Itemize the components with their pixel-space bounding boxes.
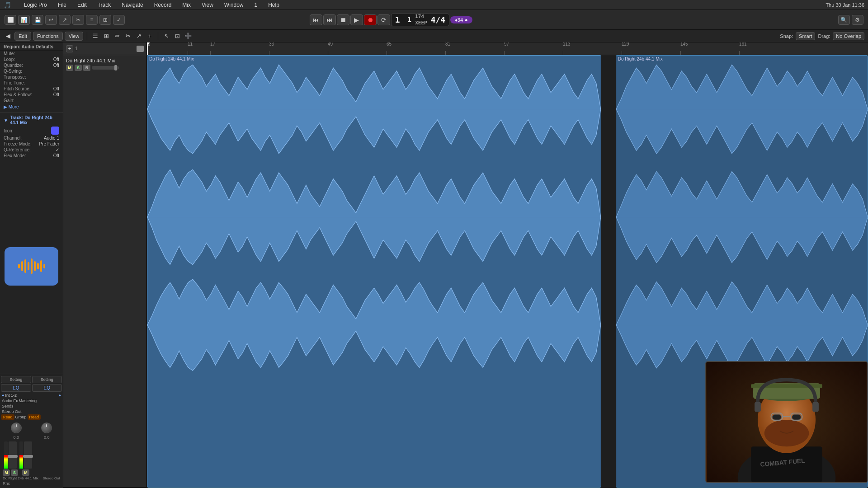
position-display[interactable]: 1 1 174 XEEP 4/4 [391,14,450,26]
track-resize-handle[interactable] [137,46,144,52]
field-flexmode[interactable]: Flex Mode: Off [0,153,63,159]
menu-navigate[interactable]: Navigate [120,1,145,9]
menu-file[interactable]: File [56,1,68,9]
toolbar-zoom-btn[interactable]: 🔍 [838,15,850,25]
fader-thumb-2[interactable] [23,455,33,458]
fader-track-2[interactable] [24,441,32,469]
field-pitchsrc-val: Off [53,86,59,91]
scissor-icon[interactable]: ✂ [123,32,132,41]
mute-btn-1[interactable]: M [3,469,10,476]
toolbar-settings-btn[interactable]: ⚙ [852,15,863,25]
volume-knob-2[interactable] [41,422,52,433]
vol-val-1: 0.0 [13,435,19,440]
field-transpose[interactable]: Transpose: [0,74,63,80]
field-flex[interactable]: Flex & Follow: Off [0,92,63,98]
setting-box-1[interactable]: Setting [1,376,31,383]
toolbar-btn-2[interactable]: 📊 [18,15,30,25]
snap-label: Snap: [780,33,793,39]
rnc-row: Rnc [1,481,62,486]
webcam-person-svg: COMBAT FUEL [705,362,868,482]
menu-window[interactable]: Window [222,1,245,9]
menu-1[interactable]: 1 [253,1,259,9]
track-icon[interactable] [51,127,59,135]
add-track-btn[interactable]: + [66,45,73,52]
toolbar-btn-1[interactable]: ⬜ [5,15,16,25]
ruler-line-113 [563,51,563,55]
track-header-strip: + 1 Do Right 24b 44.1 Mix M S R [63,42,147,488]
read-btn-2[interactable]: Read [28,414,41,420]
record-btn[interactable]: ⏺ [364,14,377,25]
track-record-btn[interactable]: R [83,65,90,71]
toolbar-btn-4[interactable]: ↩ [45,15,57,25]
toolbar-btn-check[interactable]: ✓ [113,15,125,25]
snap-dropdown[interactable]: Smart [796,32,815,40]
mute-btn-2[interactable]: M [22,469,29,476]
ruler-mark-17: 17 [210,42,215,55]
read-btn-1[interactable]: Read [1,414,14,420]
inspector-panel: Region: Audio Defaults Mute: Loop: Off Q… [0,42,63,488]
toolbar-btn-3[interactable]: 💾 [32,15,43,25]
plus2-icon[interactable]: ➕ [184,32,193,41]
field-quantize[interactable]: Quantize: Off [0,62,63,68]
cursor-arrow-icon[interactable]: ↖ [162,32,171,41]
marquee-icon[interactable]: ⊡ [173,32,182,41]
toolbar-btn-grid[interactable]: ⊞ [99,15,111,25]
eq-box-2[interactable]: EQ [32,384,62,392]
pencil-icon[interactable]: ✏ [113,32,122,41]
region-label-1: Do Right 24b 44.1 Mix [149,56,194,61]
field-loop[interactable]: Loop: Off [0,56,63,62]
cursor-icon[interactable]: ↗ [134,32,143,41]
field-freeze[interactable]: Freeze Mode: Pre Fader [0,141,63,147]
view-btn[interactable]: View [65,32,84,41]
field-channel: Channel: Audio 1 [0,135,63,141]
eq-box-1[interactable]: EQ [1,384,31,392]
ruler-line-97 [504,51,505,55]
playhead[interactable] [147,42,148,55]
toolbar-right-group: 🔍 ⚙ [838,15,863,25]
sub-toolbar-back[interactable]: ◀ [4,32,13,41]
toolbar-btn-6[interactable]: ✂ [72,15,84,25]
play-btn[interactable]: ▶ [350,14,363,25]
solo-btn-1[interactable]: S [11,469,18,476]
field-qswing[interactable]: Q-Swing: [0,68,63,74]
svg-rect-26 [812,402,819,412]
rewind-btn[interactable]: ⏮ [310,14,322,25]
menu-edit[interactable]: Edit [75,1,89,9]
field-icon[interactable]: Icon: [0,126,63,135]
field-qref[interactable]: Q-Reference: ✓ [0,147,63,153]
field-pitchsrc[interactable]: Pitch Source: Off [0,86,63,92]
track-volume-slider[interactable] [92,66,119,70]
toolbar-btn-cpu[interactable]: ≡ [86,15,98,25]
edit-btn[interactable]: Edit [14,32,31,41]
setting-box-2[interactable]: Setting [32,376,62,383]
track-mute-btn[interactable]: M [66,65,73,71]
volume-knob-1[interactable] [11,422,22,433]
field-finetune[interactable]: Fine Tune: [0,80,63,86]
menu-track[interactable]: Track [96,1,113,9]
ruler-line-33 [269,51,269,55]
menu-mix[interactable]: Mix [180,1,193,9]
toolbar-btn-5[interactable]: ↗ [59,15,71,25]
list-icon[interactable]: ☰ [91,32,100,41]
waveform-area[interactable]: 1 11 17 33 4 [147,42,868,488]
fast-forward-btn[interactable]: ⏭ [323,14,336,25]
menu-help[interactable]: Help [266,1,281,9]
meter-1 [4,441,8,469]
fader-track-1[interactable] [9,441,17,469]
functions-btn[interactable]: Functions [33,32,63,41]
drag-dropdown[interactable]: No Overlap [833,32,864,40]
menu-logic-pro[interactable]: Logic Pro [22,1,49,9]
audio-region-1[interactable]: Do Right 24b 44.1 Mix [147,55,601,488]
track-solo-btn[interactable]: S [75,65,82,71]
stop-btn[interactable]: ⏹ [337,14,349,25]
menu-record[interactable]: Record [152,1,174,9]
field-gain[interactable]: Gain: [0,98,63,103]
track-icon-large[interactable] [5,247,58,286]
region-label-2: Do Right 24b 44.1 Mix [618,56,663,61]
loop-btn[interactable]: ⟳ [377,14,390,25]
fader-thumb-1[interactable] [8,455,18,458]
more-btn[interactable]: ▶ More [0,103,63,110]
plus-icon[interactable]: + [145,32,154,41]
menu-view[interactable]: View [200,1,215,9]
grid-icon[interactable]: ⊞ [102,32,111,41]
